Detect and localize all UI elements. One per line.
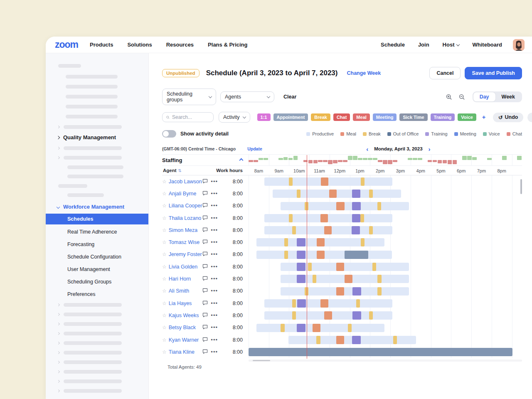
- agent-name-link[interactable]: Kajus Weeks: [169, 313, 199, 318]
- agent-name-link[interactable]: Simon Meza: [169, 227, 197, 233]
- save-and-publish-button[interactable]: Save and Publish: [465, 67, 522, 79]
- nav-link-solutions[interactable]: Solutions: [127, 42, 152, 48]
- agent-name-link[interactable]: Thalia Lozano: [169, 215, 202, 221]
- more-options-icon[interactable]: •••: [211, 252, 218, 256]
- activity-block-meeting[interactable]: [297, 238, 305, 246]
- nav-link-products[interactable]: Products: [90, 42, 113, 48]
- agents-select[interactable]: Agents: [220, 91, 274, 102]
- activity-block-meal[interactable]: [324, 311, 332, 320]
- zoom-out-icon[interactable]: [459, 94, 465, 100]
- more-options-icon[interactable]: •••: [211, 350, 218, 354]
- more-options-icon[interactable]: •••: [211, 325, 218, 330]
- activity-block-meal[interactable]: [321, 177, 328, 186]
- sidebar-item-quality-management[interactable]: Quality Management: [46, 134, 148, 140]
- star-icon[interactable]: ☆: [162, 325, 167, 330]
- sidebar-item-preferences[interactable]: Preferences: [46, 291, 148, 297]
- more-options-icon[interactable]: •••: [211, 277, 218, 281]
- chat-icon[interactable]: [202, 239, 208, 246]
- agent-name-link[interactable]: Tomasz Wise: [169, 239, 200, 245]
- activity-block-meeting[interactable]: [297, 251, 305, 259]
- activity-block-break[interactable]: [369, 311, 373, 320]
- activity-chip-1-1[interactable]: 1:1: [257, 113, 271, 121]
- activity-chip-training[interactable]: Training: [431, 113, 455, 121]
- activity-block-meal[interactable]: [324, 226, 332, 234]
- star-icon[interactable]: ☆: [162, 227, 167, 233]
- activity-chip-break[interactable]: Break: [311, 113, 330, 121]
- agent-name-link[interactable]: Lia Hayes: [169, 300, 192, 306]
- chat-icon[interactable]: [202, 202, 208, 209]
- activity-block-meal[interactable]: [329, 190, 337, 198]
- agent-name-link[interactable]: Jeremy Foster: [169, 251, 202, 257]
- star-icon[interactable]: ☆: [162, 239, 167, 245]
- more-options-icon[interactable]: •••: [211, 301, 218, 305]
- activity-block-meeting[interactable]: [297, 263, 305, 271]
- activity-block-break[interactable]: [372, 263, 376, 271]
- chat-icon[interactable]: [202, 275, 208, 283]
- clear-filters-button[interactable]: Clear: [283, 94, 296, 100]
- timezone-update-link[interactable]: Update: [247, 146, 262, 151]
- next-day-button[interactable]: ›: [429, 146, 431, 152]
- activity-block-meal[interactable]: [336, 263, 344, 271]
- activity-block-meeting[interactable]: [352, 202, 361, 210]
- star-icon[interactable]: ☆: [162, 251, 167, 257]
- activity-block-break[interactable]: [316, 336, 320, 344]
- search-input[interactable]: [172, 114, 209, 120]
- sidebar-item-user-management[interactable]: User Management: [46, 266, 148, 272]
- activity-block-meal[interactable]: [320, 299, 328, 308]
- more-options-icon[interactable]: •••: [211, 228, 218, 232]
- star-icon[interactable]: ☆: [162, 215, 167, 221]
- agent-name-link[interactable]: Ali Smith: [169, 288, 189, 294]
- activity-chip-chat[interactable]: Chat: [333, 113, 350, 121]
- activity-block-meeting[interactable]: [352, 311, 361, 320]
- add-activity-button[interactable]: +: [479, 113, 489, 121]
- more-options-icon[interactable]: •••: [211, 240, 218, 244]
- horizontal-scrollbar-thumb[interactable]: [253, 360, 270, 361]
- activity-block-meeting[interactable]: [352, 190, 360, 198]
- activity-block-meeting[interactable]: [352, 336, 361, 344]
- shift-bar[interactable]: [249, 348, 512, 356]
- activity-block-break[interactable]: [377, 287, 382, 296]
- star-icon[interactable]: ☆: [162, 337, 167, 343]
- agent-name-link[interactable]: Anjali Byrne: [169, 191, 197, 197]
- activity-block-break[interactable]: [292, 226, 296, 234]
- more-options-icon[interactable]: •••: [211, 313, 218, 318]
- chat-icon[interactable]: [202, 190, 208, 197]
- activity-block-break[interactable]: [377, 275, 381, 283]
- zoom-logo[interactable]: zoom: [55, 39, 78, 50]
- star-icon[interactable]: ☆: [162, 313, 167, 318]
- activity-block-break[interactable]: [369, 226, 373, 234]
- sidebar-item-schedules[interactable]: Schedules: [46, 214, 148, 224]
- star-icon[interactable]: ☆: [162, 191, 167, 197]
- chevron-right-icon[interactable]: [57, 135, 60, 139]
- prev-day-button[interactable]: ‹: [366, 146, 368, 152]
- shift-bar[interactable]: [264, 214, 392, 222]
- sidebar-item-schedule-configuration[interactable]: Schedule Configuration: [46, 254, 148, 260]
- star-icon[interactable]: ☆: [162, 349, 167, 355]
- chat-icon[interactable]: [202, 287, 208, 295]
- sidebar-item-workforce-management[interactable]: Workforce Management: [46, 204, 148, 210]
- nav-link-host[interactable]: Host: [443, 42, 459, 48]
- activity-block-break[interactable]: [356, 299, 360, 308]
- agent-name-link[interactable]: Kyan Warner: [169, 337, 199, 343]
- chat-icon[interactable]: [202, 300, 208, 307]
- activity-chip-meeting[interactable]: Meeting: [373, 113, 397, 121]
- activity-block-meal[interactable]: [336, 287, 344, 296]
- chat-icon[interactable]: [202, 178, 208, 185]
- activity-block-meeting[interactable]: [297, 324, 305, 332]
- scheduling-groups-select[interactable]: Scheduling groups: [162, 89, 216, 105]
- chat-icon[interactable]: [202, 263, 208, 271]
- activity-block-break[interactable]: [292, 299, 296, 308]
- agent-column-header[interactable]: Agent: [163, 168, 177, 173]
- shift-bar[interactable]: [264, 177, 392, 186]
- activity-block-meal[interactable]: [320, 214, 328, 222]
- activity-chip-sick-time[interactable]: Sick Time: [399, 113, 427, 121]
- sidebar-item-scheduling-groups[interactable]: Scheduling Groups: [46, 279, 148, 285]
- agent-name-link[interactable]: Liliana Cooper: [169, 203, 202, 209]
- activity-block-meeting[interactable]: [297, 299, 306, 308]
- collapse-staffing-icon[interactable]: [239, 158, 244, 162]
- star-icon[interactable]: ☆: [162, 179, 167, 185]
- activity-block-break[interactable]: [289, 177, 293, 186]
- cancel-button[interactable]: Cancel: [429, 67, 461, 79]
- more-options-icon[interactable]: •••: [211, 289, 218, 293]
- activity-block-meeting[interactable]: [352, 226, 360, 234]
